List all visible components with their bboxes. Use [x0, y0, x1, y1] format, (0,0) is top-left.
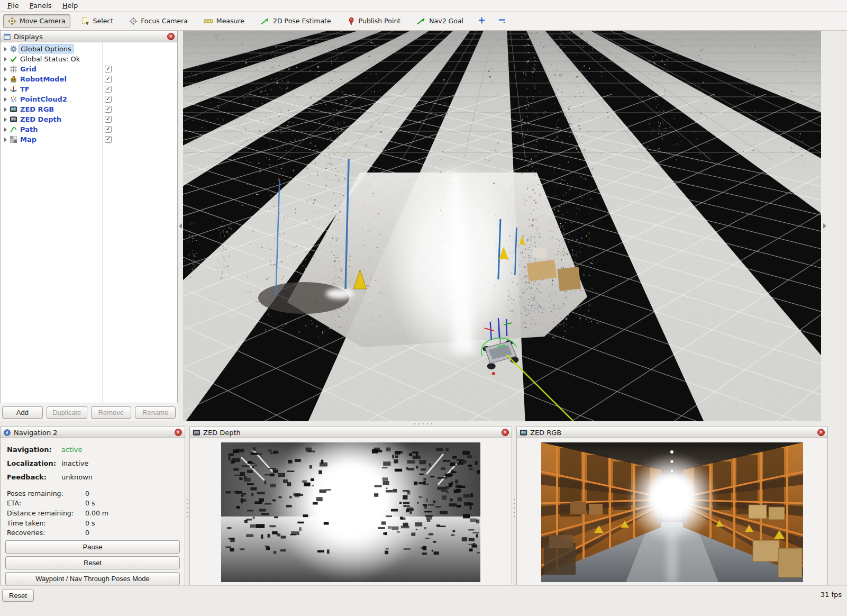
image-icon	[10, 105, 17, 113]
status-ok-icon	[10, 55, 17, 63]
focus-camera-icon	[129, 17, 138, 25]
pose-estimate-icon	[260, 17, 270, 25]
display-row-map[interactable]: Map	[1, 134, 177, 144]
add-tool-button[interactable]	[475, 14, 488, 28]
rviz-window: File Panels Help Move Camera Select Focu…	[0, 0, 847, 616]
tool-2d-pose-estimate[interactable]: 2D Pose Estimate	[256, 14, 336, 28]
display-row-tf[interactable]: TF	[1, 84, 177, 94]
nav2-goal-icon	[416, 17, 426, 25]
map-icon	[10, 135, 17, 143]
close-icon[interactable]: ✕	[175, 429, 182, 436]
waypoint-mode-button[interactable]: Waypoint / Nav Through Poses Mode	[5, 572, 180, 585]
expander-icon[interactable]	[4, 77, 7, 81]
render-viewport-3d[interactable]	[183, 31, 821, 421]
poses-remaining-value: 0	[85, 490, 89, 497]
close-icon[interactable]: ✕	[817, 429, 825, 436]
robotmodel-checkbox[interactable]	[105, 76, 112, 83]
navigation2-panel-icon	[3, 429, 11, 437]
displays-panel-title: Displays	[14, 33, 165, 41]
pointcloud2-checkbox[interactable]	[105, 96, 112, 103]
image-icon	[10, 115, 17, 123]
close-icon[interactable]: ✕	[167, 33, 175, 40]
remove-tool-button[interactable]	[495, 14, 508, 28]
vertical-splitter-grip[interactable]	[513, 497, 515, 520]
zed-rgb-panel: ZED RGB ✕	[516, 427, 828, 585]
navigation-status-value: active	[61, 446, 83, 454]
expander-icon[interactable]	[4, 97, 7, 102]
horizontal-splitter[interactable]	[0, 421, 847, 427]
zed-depth-panel-title: ZED Depth	[203, 429, 499, 437]
expander-icon[interactable]	[4, 57, 7, 61]
add-button[interactable]: Add	[2, 406, 43, 419]
collapse-left-icon[interactable]	[179, 223, 182, 229]
tool-select[interactable]: Select	[77, 14, 119, 28]
menu-panels[interactable]: Panels	[24, 1, 57, 11]
remove-button[interactable]: Remove	[91, 406, 132, 419]
publish-point-icon	[347, 17, 356, 25]
tf-axes-icon	[10, 85, 17, 93]
grid-icon	[10, 65, 17, 73]
pause-button[interactable]: Pause	[5, 540, 180, 554]
tool-measure[interactable]: Measure	[199, 14, 249, 28]
path-checkbox[interactable]	[105, 126, 112, 133]
navigation2-panel-title: Navigation 2	[14, 429, 172, 437]
expander-icon[interactable]	[4, 117, 7, 122]
fps-counter: 31 fps	[821, 591, 842, 599]
navigation2-titlebar[interactable]: Navigation 2 ✕	[0, 427, 185, 438]
zed-depth-image	[189, 438, 512, 585]
displays-titlebar[interactable]: Displays ✕	[0, 31, 178, 42]
collapse-right-icon[interactable]	[823, 223, 826, 229]
menubar: File Panels Help	[0, 0, 847, 12]
zed-rgb-panel-title: ZED RGB	[530, 429, 815, 437]
display-row-zed-rgb[interactable]: ZED RGB	[1, 104, 177, 114]
zed-rgb-checkbox[interactable]	[105, 106, 112, 113]
distance-remaining-value: 0.00 m	[85, 509, 108, 517]
zed-rgb-titlebar[interactable]: ZED RGB ✕	[516, 427, 828, 438]
path-icon	[10, 125, 17, 133]
reset-nav-button[interactable]: Reset	[5, 556, 180, 569]
menu-help[interactable]: Help	[57, 1, 84, 11]
time-taken-row: Time taken: 0 s	[1, 518, 185, 528]
robot-icon	[10, 75, 17, 83]
right-splitter[interactable]	[821, 31, 828, 421]
reset-view-button[interactable]: Reset	[2, 590, 34, 602]
expander-icon[interactable]	[4, 67, 7, 71]
grid-checkbox[interactable]	[105, 66, 112, 73]
display-row-pointcloud2[interactable]: PointCloud2	[1, 94, 177, 104]
rename-button[interactable]: Rename	[135, 406, 176, 419]
display-row-grid[interactable]: Grid	[1, 64, 177, 74]
distance-remaining-row: Distance remaining: 0.00 m	[1, 508, 185, 518]
display-row-zed-depth[interactable]: ZED Depth	[1, 114, 177, 124]
zed-depth-checkbox[interactable]	[105, 116, 112, 123]
plus-icon	[478, 16, 486, 26]
minus-icon	[498, 16, 506, 26]
tool-publish-point[interactable]: Publish Point	[342, 14, 406, 28]
tf-checkbox[interactable]	[105, 86, 112, 93]
tool-move-camera[interactable]: Move Camera	[3, 14, 70, 28]
pointcloud-icon	[10, 95, 17, 103]
navigation2-panel: Navigation 2 ✕ Navigation: active Locali…	[0, 427, 185, 585]
menu-file[interactable]: File	[2, 1, 24, 11]
display-row-robotmodel[interactable]: RobotModel	[1, 74, 177, 84]
tool-nav2-goal[interactable]: Nav2 Goal	[412, 14, 468, 28]
splitter-grip[interactable]	[413, 423, 435, 425]
display-row-path[interactable]: Path	[1, 124, 177, 134]
expander-icon[interactable]	[4, 87, 7, 92]
close-icon[interactable]: ✕	[502, 429, 509, 436]
displays-buttons: Add Duplicate Remove Rename	[0, 403, 178, 421]
displays-panel: Displays ✕ Global Options Global Status:…	[0, 31, 178, 421]
tool-focus-camera[interactable]: Focus Camera	[124, 14, 193, 28]
display-row-global-status[interactable]: Global Status: Ok	[1, 54, 177, 64]
zed-depth-titlebar[interactable]: ZED Depth ✕	[189, 427, 512, 438]
expander-icon[interactable]	[4, 138, 7, 142]
statusbar: Reset 31 fps	[0, 585, 847, 616]
measure-icon	[204, 17, 213, 25]
duplicate-button[interactable]: Duplicate	[47, 406, 87, 419]
display-row-global-options[interactable]: Global Options	[1, 44, 177, 54]
expander-icon[interactable]	[4, 107, 7, 112]
expander-icon[interactable]	[4, 128, 7, 132]
expander-icon[interactable]	[4, 47, 7, 51]
map-checkbox[interactable]	[105, 136, 112, 143]
vertical-splitter-grip[interactable]	[186, 497, 188, 520]
left-splitter[interactable]	[178, 31, 183, 421]
